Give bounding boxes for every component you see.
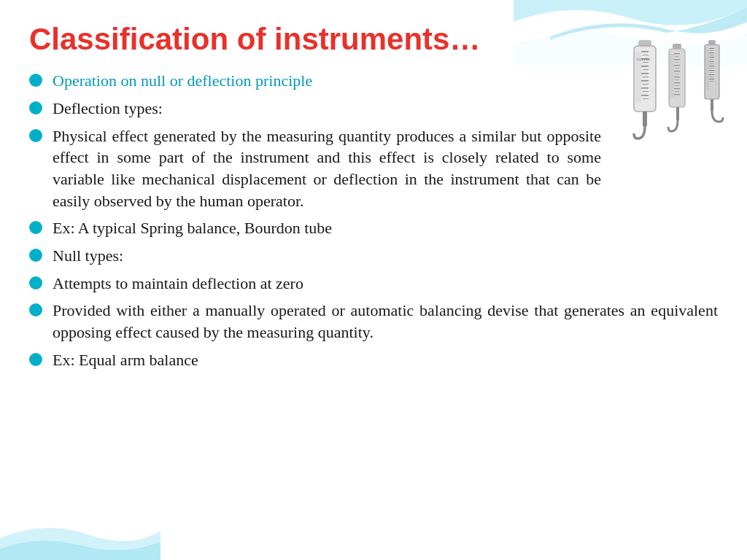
svg-rect-57 [711, 99, 713, 111]
svg-rect-0 [638, 40, 651, 46]
svg-rect-50 [709, 70, 714, 71]
svg-rect-25 [674, 65, 680, 66]
svg-rect-43 [710, 55, 713, 55]
svg-rect-9 [643, 77, 649, 77]
svg-rect-51 [710, 72, 713, 73]
wave-bottom-decoration [0, 509, 160, 560]
svg-rect-27 [674, 71, 680, 71]
svg-rect-14 [641, 95, 649, 96]
svg-rect-11 [643, 84, 649, 85]
bullet-dot [29, 74, 42, 87]
list-item: Attempts to maintain deflection at zero [29, 273, 718, 295]
svg-text:SALTER: SALTER [637, 58, 651, 61]
bullet-text: Null types: [53, 245, 718, 267]
content-area: Operation on null or deflection principl… [29, 70, 718, 370]
list-item: Ex: Equal arm balance [29, 349, 718, 371]
svg-rect-5 [643, 62, 649, 63]
svg-rect-13 [643, 91, 649, 92]
svg-rect-35 [674, 94, 680, 95]
svg-rect-10 [641, 80, 649, 82]
bullet-text: Physical effect generated by the measuri… [53, 125, 601, 212]
svg-rect-33 [674, 88, 680, 89]
list-item: Null types: [29, 245, 718, 267]
bullet-text: Attempts to maintain deflection at zero [53, 273, 718, 295]
bullet-dot [29, 276, 42, 289]
svg-rect-12 [641, 88, 649, 89]
svg-rect-44 [709, 57, 714, 58]
spring-balance-svg: SALTER [623, 40, 729, 160]
svg-rect-41 [710, 50, 713, 51]
svg-rect-55 [710, 81, 713, 82]
bullet-text: Provided with either a manually operated… [53, 300, 718, 343]
svg-rect-3 [643, 55, 649, 55]
slide: SALTER [0, 0, 747, 560]
bullet-text: Deflection types: [53, 98, 718, 120]
svg-rect-30 [675, 79, 679, 80]
list-item: Physical effect generated by the measuri… [29, 125, 718, 212]
bullet-text: Ex: A typical Spring balance, Bourdon tu… [53, 217, 718, 239]
list-item: Deflection types: [29, 98, 718, 120]
slide-title: Classification of instruments… [29, 22, 718, 57]
svg-rect-56 [705, 49, 709, 89]
svg-rect-21 [674, 53, 680, 54]
svg-rect-54 [709, 79, 714, 79]
svg-rect-37 [676, 107, 679, 120]
bullet-dot [29, 303, 42, 316]
svg-rect-45 [710, 59, 713, 60]
list-item: Operation on null or deflection principl… [29, 70, 718, 92]
svg-rect-48 [709, 66, 714, 66]
svg-rect-22 [675, 56, 679, 57]
bullet-text: Operation on null or deflection principl… [53, 70, 718, 92]
svg-rect-26 [675, 68, 679, 69]
svg-rect-42 [709, 52, 714, 53]
svg-rect-8 [641, 73, 649, 74]
svg-rect-36 [670, 54, 674, 98]
svg-rect-52 [709, 74, 714, 75]
svg-rect-23 [674, 59, 680, 60]
svg-rect-40 [709, 48, 714, 49]
bullet-dot [29, 249, 42, 262]
list-item: Provided with either a manually operated… [29, 300, 718, 343]
bullet-text: Ex: Equal arm balance [53, 349, 718, 371]
svg-rect-15 [643, 98, 649, 99]
svg-rect-6 [641, 66, 649, 67]
svg-rect-46 [709, 61, 714, 62]
svg-rect-28 [675, 74, 679, 74]
svg-rect-49 [710, 68, 713, 69]
svg-rect-2 [641, 51, 649, 52]
list-item: Ex: A typical Spring balance, Bourdon tu… [29, 217, 718, 239]
svg-rect-17 [643, 112, 647, 126]
svg-rect-29 [674, 77, 680, 77]
svg-rect-31 [674, 82, 680, 83]
svg-rect-47 [710, 63, 713, 64]
bullet-dot [29, 129, 42, 142]
bullet-list: Operation on null or deflection principl… [29, 70, 718, 370]
bullet-dot [29, 101, 42, 114]
svg-rect-7 [643, 69, 649, 70]
svg-rect-53 [710, 77, 713, 77]
svg-rect-38 [708, 40, 716, 44]
bullet-dot [29, 221, 42, 234]
svg-rect-24 [675, 62, 679, 63]
bullet-dot [29, 353, 42, 366]
svg-rect-19 [673, 44, 681, 49]
svg-rect-32 [675, 85, 679, 86]
instruments-image: SALTER [623, 40, 725, 157]
svg-rect-34 [675, 91, 679, 92]
